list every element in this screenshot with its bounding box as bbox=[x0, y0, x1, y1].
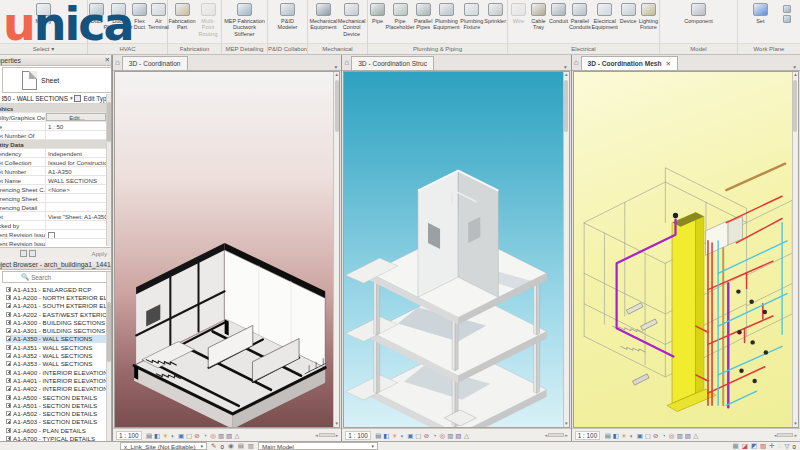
sheet-list-item[interactable]: A1-A200 - NORTH EXTERIOR ELEVATION bbox=[6, 293, 112, 301]
expand-plus-icon[interactable] bbox=[6, 287, 11, 292]
tab-list-chevron-icon[interactable]: ▾ bbox=[335, 64, 340, 70]
detail-level-icon[interactable]: ▤ bbox=[604, 431, 612, 440]
ribbon-button[interactable]: Device bbox=[619, 2, 638, 24]
ribbon-button[interactable]: Mechanical Equipment bbox=[310, 2, 336, 31]
scrollbar-thumb[interactable] bbox=[107, 302, 111, 362]
show-crop-region-icon[interactable]: ▢ bbox=[414, 431, 422, 440]
expand-plus-icon[interactable] bbox=[6, 295, 11, 300]
scale-button[interactable]: 1 : 100 bbox=[575, 431, 601, 440]
horizontal-scrollbar[interactable]: ◂ ▸ bbox=[545, 432, 568, 438]
scroll-left-icon[interactable]: ◂ bbox=[315, 432, 318, 438]
ribbon-button[interactable]: Plumbing Fixture bbox=[460, 2, 483, 31]
scrollbar-track[interactable] bbox=[319, 433, 335, 437]
sheet-list-item[interactable]: A1-A351 - WALL SECTIONS bbox=[6, 343, 112, 351]
expand-plus-icon[interactable] bbox=[6, 419, 11, 424]
property-row[interactable]: Sheet Number Of bbox=[0, 131, 112, 140]
sun-path-icon[interactable]: ☀ bbox=[161, 431, 169, 440]
tab-3d-coordination[interactable]: 3D - Coordination bbox=[122, 56, 188, 70]
expand-plus-icon[interactable] bbox=[6, 428, 11, 433]
property-row[interactable]: Scale 1 : 50 bbox=[0, 122, 112, 131]
sheet-list-item[interactable]: A1-A501 - SECTION DETAILS bbox=[6, 401, 112, 409]
vertical-scrollbar[interactable]: ▲ ▼ bbox=[333, 72, 339, 427]
ribbon-button[interactable]: P&ID Modeler bbox=[275, 2, 301, 31]
scroll-up-icon[interactable]: ▲ bbox=[793, 72, 798, 78]
ribbon-button[interactable]: Pipe Placeholder bbox=[387, 2, 413, 31]
project-browser-header[interactable]: Project Browser - arch_buildinga1_144104… bbox=[0, 259, 112, 270]
ribbon-button[interactable]: Pipe bbox=[369, 2, 386, 24]
expand-plus-icon[interactable] bbox=[6, 386, 11, 391]
browser-scrollbar[interactable] bbox=[106, 272, 111, 441]
expand-plus-icon[interactable] bbox=[6, 403, 11, 408]
visual-style-icon[interactable]: ◧ bbox=[382, 431, 390, 440]
expand-plus-icon[interactable] bbox=[6, 320, 11, 325]
visual-style-icon[interactable]: ◧ bbox=[153, 431, 161, 440]
scroll-up-icon[interactable]: ▲ bbox=[334, 72, 339, 78]
sheet-list-item[interactable]: A1-A202 - EAST/WEST EXTERIOR ELEVAT bbox=[6, 310, 112, 318]
ribbon-button[interactable]: Plumbing Equipment bbox=[433, 2, 459, 31]
scroll-up-icon[interactable]: ▲ bbox=[564, 72, 569, 78]
worksharing-display-icon[interactable]: ▥ bbox=[676, 431, 684, 440]
ribbon-button[interactable]: Cable Tray bbox=[529, 2, 548, 31]
sheet-list-item[interactable]: A1-A201 - SOUTH EXTERIOR ELEVATION bbox=[6, 302, 112, 310]
expand-plus-icon[interactable] bbox=[6, 345, 11, 350]
scale-button[interactable]: 1 : 100 bbox=[116, 431, 142, 440]
sheet-list-item[interactable]: A1-A353 - WALL SECTIONS bbox=[6, 360, 112, 368]
ribbon-button[interactable]: Parallel Conduits bbox=[569, 2, 591, 31]
property-row[interactable]: Sheet Number A1-A350 bbox=[0, 167, 112, 176]
scrollbar-thumb[interactable] bbox=[564, 80, 568, 132]
shadows-icon[interactable]: ◐ bbox=[169, 431, 177, 440]
property-row[interactable]: Referencing Sheet C... <None> bbox=[0, 185, 112, 194]
property-row[interactable]: Referencing Sheet bbox=[0, 194, 112, 203]
sheet-list-item[interactable]: A1-A500 - SECTION DETAILS bbox=[6, 393, 112, 401]
property-row[interactable]: Current Revision Issu... bbox=[0, 230, 112, 239]
sheet-list-item[interactable]: A1-A400 - INTERIOR ELEVATIONS bbox=[6, 368, 112, 376]
ribbon-button[interactable]: Electrical Equipment bbox=[592, 2, 618, 31]
ribbon-button[interactable]: Flex Duct bbox=[132, 2, 147, 31]
scroll-right-icon[interactable]: ▸ bbox=[336, 432, 339, 438]
tab-3d-coordination-mesh[interactable]: 3D - Coordination Mesh ✕ bbox=[581, 56, 678, 70]
ribbon-button[interactable]: Component bbox=[686, 2, 712, 24]
crop-view-icon[interactable]: ▣ bbox=[177, 431, 185, 440]
editing-requests-icon[interactable]: ✎ bbox=[211, 442, 216, 450]
scroll-left-icon[interactable]: ◂ bbox=[774, 432, 777, 438]
select-underlay-icon[interactable]: ◪ bbox=[742, 442, 748, 450]
ribbon-button[interactable]: Set bbox=[747, 2, 773, 24]
shadows-icon[interactable]: ◐ bbox=[628, 431, 636, 440]
property-row[interactable]: Sheet View "Sheet: A1-A350..." bbox=[0, 212, 112, 221]
expand-plus-icon[interactable] bbox=[6, 336, 11, 341]
ribbon-button[interactable]: Wire bbox=[509, 2, 528, 24]
filter-icon[interactable]: ▽ bbox=[785, 442, 790, 450]
drag-on-selection-icon[interactable]: ✛ bbox=[769, 442, 774, 450]
ribbon-button[interactable]: Parallel Pipes bbox=[414, 2, 432, 31]
expand-plus-icon[interactable] bbox=[6, 328, 11, 333]
type-selector[interactable]: Sheet ▾ bbox=[2, 67, 112, 93]
property-row[interactable]: Sheet Name WALL SECTIONS bbox=[0, 176, 112, 185]
lock-3d-view-icon[interactable]: ⊘ bbox=[193, 431, 201, 440]
reveal-hidden-elements-icon[interactable]: ◎ bbox=[209, 431, 217, 440]
scrollbar-thumb[interactable] bbox=[793, 80, 797, 132]
design-options-alt-icon[interactable]: ▥ bbox=[248, 442, 254, 450]
expand-plus-icon[interactable] bbox=[6, 370, 11, 375]
canvas-3d-coordination-mesh[interactable]: ▲ ▼ bbox=[573, 71, 799, 428]
shadows-icon[interactable]: ◐ bbox=[398, 431, 406, 440]
sheet-list-item[interactable]: A1-A600 - PLAN DETAILS bbox=[6, 426, 112, 434]
scroll-right-icon[interactable]: ▸ bbox=[565, 432, 568, 438]
visual-style-icon[interactable]: ◧ bbox=[612, 431, 620, 440]
ribbon-button[interactable]: Conduit bbox=[549, 2, 568, 24]
property-row[interactable]: Graphics bbox=[0, 104, 112, 113]
worksharing-display-icon[interactable]: ▥ bbox=[446, 431, 454, 440]
ribbon-button[interactable]: Mechanical Control Device bbox=[339, 2, 365, 37]
worksharing-icon[interactable]: ◉ bbox=[228, 442, 234, 450]
sheet-list-item[interactable]: A1-A402 - INTERIOR ELEVATIONS bbox=[6, 385, 112, 393]
expand-plus-icon[interactable] bbox=[6, 411, 11, 416]
displacement-sets-icon[interactable]: △ bbox=[233, 431, 241, 440]
sheet-list-item[interactable]: A1-A350 - WALL SECTIONS bbox=[6, 335, 112, 343]
show-crop-region-icon[interactable]: ▢ bbox=[644, 431, 652, 440]
scrollbar-track[interactable] bbox=[777, 433, 793, 437]
sheet-list-item[interactable]: A1-A700 - TYPICAL DETAILS bbox=[6, 434, 112, 441]
sort-ascending-icon[interactable] bbox=[20, 250, 27, 257]
sun-path-icon[interactable]: ☀ bbox=[390, 431, 398, 440]
worksharing-display-icon[interactable]: ▥ bbox=[217, 431, 225, 440]
lock-3d-view-icon[interactable]: ⊘ bbox=[652, 431, 660, 440]
temporary-view-properties-icon[interactable]: ▧ bbox=[225, 431, 233, 440]
